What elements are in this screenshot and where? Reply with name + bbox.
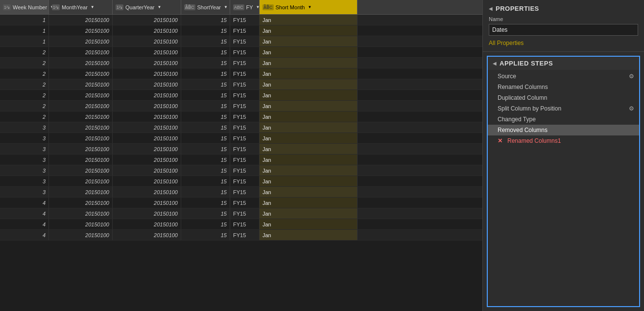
dropdown-arrow-month[interactable]: ▼	[91, 5, 95, 9]
step-item-source[interactable]: Source⚙	[488, 71, 639, 82]
cell-week: 3	[0, 144, 49, 154]
cell-fy: FY15	[230, 47, 260, 57]
cell-shortmonth: Jan	[260, 68, 358, 79]
table-row: 1 20150100 20150100 15 FY15 Jan	[0, 25, 482, 36]
table-scroll[interactable]: 1²₃ Week Number ▼ 1²₃ MonthYear ▼ 1²₃ Qu…	[0, 0, 482, 311]
step-left: Split Column by Position	[498, 105, 561, 112]
col-header-shortmonth[interactable]: A͆B̈C Short Month ▼	[260, 0, 358, 14]
collapse-arrow-steps[interactable]: ◀	[493, 61, 497, 66]
cell-shortmonth: Jan	[260, 176, 358, 186]
step-item-renamed-cols[interactable]: Renamed Columns	[488, 82, 639, 92]
gear-icon-source[interactable]: ⚙	[629, 73, 634, 80]
table-row: 1 20150100 20150100 15 FY15 Jan	[0, 36, 482, 47]
cell-short: 15	[181, 47, 230, 57]
table-row: 4 20150100 20150100 15 FY15 Jan	[0, 230, 482, 241]
cell-week: 3	[0, 187, 49, 197]
type-icon-month: 1²₃	[52, 4, 60, 10]
col-header-quarter[interactable]: 1²₃ QuarterYear ▼	[113, 0, 181, 14]
name-input[interactable]	[489, 24, 638, 36]
cell-fy: FY15	[230, 122, 260, 133]
cell-quarter: 20150100	[113, 36, 181, 46]
cell-week: 1	[0, 36, 49, 46]
step-item-renamed-cols1[interactable]: ✕Renamed Columns1	[488, 135, 639, 146]
type-icon-fy: ABC	[233, 4, 244, 10]
col-label-fy: FY	[246, 4, 253, 10]
cell-quarter: 20150100	[113, 58, 181, 68]
table-row: 4 20150100 20150100 15 FY15 Jan	[0, 198, 482, 208]
cell-month: 20150100	[49, 47, 113, 57]
table-row: 4 20150100 20150100 15 FY15 Jan	[0, 208, 482, 219]
cell-week: 3	[0, 176, 49, 186]
cell-shortmonth: Jan	[260, 111, 358, 122]
cell-short: 15	[181, 58, 230, 68]
cell-month: 20150100	[49, 101, 113, 111]
step-left: Source	[498, 73, 516, 80]
cell-short: 15	[181, 111, 230, 122]
type-icon-shortmonth: A͆B̈C	[262, 4, 274, 10]
cell-short: 15	[181, 122, 230, 133]
cell-quarter: 20150100	[113, 198, 181, 208]
cell-week: 4	[0, 208, 49, 219]
cell-short: 15	[181, 144, 230, 154]
cell-month: 20150100	[49, 79, 113, 89]
cell-short: 15	[181, 133, 230, 143]
cell-shortmonth: Jan	[260, 79, 358, 89]
cell-month: 20150100	[49, 187, 113, 197]
dropdown-arrow-shortyear[interactable]: ▼	[224, 5, 228, 9]
step-item-removed-cols[interactable]: Removed Columns	[488, 125, 639, 135]
table-row: 4 20150100 20150100 15 FY15 Jan	[0, 219, 482, 230]
cell-month: 20150100	[49, 122, 113, 133]
type-icon-quarter: 1²₃	[116, 4, 123, 10]
cell-quarter: 20150100	[113, 176, 181, 186]
col-label-shortmonth: Short Month	[276, 4, 305, 10]
cell-fy: FY15	[230, 230, 260, 240]
table-row: 3 20150100 20150100 15 FY15 Jan	[0, 165, 482, 176]
cell-quarter: 20150100	[113, 122, 181, 133]
cell-month: 20150100	[49, 25, 113, 36]
cell-shortmonth: Jan	[260, 208, 358, 219]
table-row: 2 20150100 20150100 15 FY15 Jan	[0, 58, 482, 68]
cell-quarter: 20150100	[113, 68, 181, 79]
dropdown-arrow-shortmonth[interactable]: ▼	[308, 5, 311, 9]
step-item-split-col[interactable]: Split Column by Position⚙	[488, 103, 639, 114]
step-label-removed-cols: Removed Columns	[498, 127, 548, 133]
col-label-month: MonthYear	[62, 4, 88, 10]
cell-week: 3	[0, 155, 49, 165]
col-header-week[interactable]: 1²₃ Week Number ▼	[0, 0, 49, 14]
applied-steps-title: APPLIED STEPS	[500, 60, 553, 67]
type-icon-shortyear: A͆B̈C	[184, 4, 195, 10]
gear-icon-split-col[interactable]: ⚙	[629, 105, 634, 112]
step-label-renamed-cols: Renamed Columns	[498, 84, 548, 90]
cell-week: 2	[0, 58, 49, 68]
collapse-arrow-properties[interactable]: ◀	[489, 6, 493, 11]
col-header-month[interactable]: 1²₃ MonthYear ▼	[49, 0, 113, 14]
cell-short: 15	[181, 15, 230, 25]
cell-month: 20150100	[49, 230, 113, 240]
cell-month: 20150100	[49, 176, 113, 186]
col-header-fy[interactable]: ABC FY ▼	[230, 0, 260, 14]
col-header-shortyear[interactable]: A͆B̈C ShortYear ▼	[181, 0, 230, 14]
properties-title: PROPERTIES	[496, 5, 539, 12]
step-item-duplicated-col[interactable]: Duplicated Column	[488, 92, 639, 103]
step-left: ✕Renamed Columns1	[498, 137, 561, 144]
dropdown-arrow-quarter[interactable]: ▼	[158, 5, 162, 9]
steps-list: Source⚙Renamed ColumnsDuplicated ColumnS…	[488, 70, 639, 306]
cell-short: 15	[181, 230, 230, 240]
cell-month: 20150100	[49, 165, 113, 176]
step-item-changed-type[interactable]: Changed Type	[488, 114, 639, 125]
table-row: 2 20150100 20150100 15 FY15 Jan	[0, 47, 482, 58]
cell-week: 2	[0, 111, 49, 122]
cell-shortmonth: Jan	[260, 198, 358, 208]
cell-month: 20150100	[49, 198, 113, 208]
cell-fy: FY15	[230, 15, 260, 25]
col-label-week: Week Number	[13, 4, 47, 10]
all-properties-link[interactable]: All Properties	[489, 40, 524, 46]
cell-fy: FY15	[230, 58, 260, 68]
cell-month: 20150100	[49, 90, 113, 100]
cell-fy: FY15	[230, 79, 260, 89]
cell-quarter: 20150100	[113, 111, 181, 122]
cell-quarter: 20150100	[113, 208, 181, 219]
cell-quarter: 20150100	[113, 144, 181, 154]
properties-header: ◀ PROPERTIES	[489, 5, 638, 12]
table-row: 1 20150100 20150100 15 FY15 Jan	[0, 15, 482, 25]
